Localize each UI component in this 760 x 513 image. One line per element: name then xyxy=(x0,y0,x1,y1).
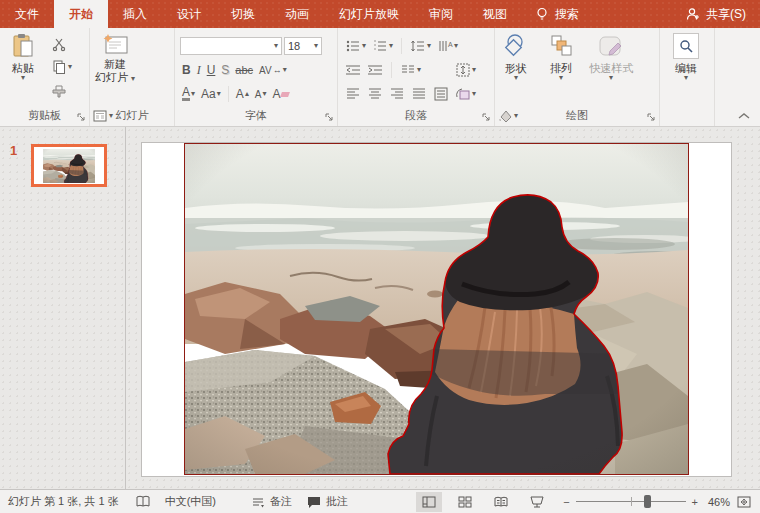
normal-view-button[interactable] xyxy=(416,492,442,512)
increase-indent-button[interactable] xyxy=(365,60,385,80)
underline-button[interactable]: U xyxy=(205,60,218,80)
slide-photo[interactable] xyxy=(184,143,689,475)
justify-button[interactable] xyxy=(409,84,429,104)
font-color-button[interactable]: A ▾ xyxy=(180,84,197,104)
editing-button[interactable]: 编辑 ▾ xyxy=(660,28,712,100)
align-text-button[interactable]: ▾ xyxy=(453,60,478,80)
distribute-icon xyxy=(433,86,449,102)
convert-smartart-button[interactable]: ▾ xyxy=(453,84,478,104)
tab-file[interactable]: 文件 xyxy=(0,0,54,28)
group-slides: 新建 幻灯片 ▾ ▾ ▾ xyxy=(90,28,175,126)
find-magnifier-icon xyxy=(678,38,694,54)
tab-slideshow[interactable]: 幻灯片放映 xyxy=(324,0,414,28)
arrange-button[interactable]: 排列 ▾ xyxy=(540,28,582,100)
zoom-slider-thumb[interactable] xyxy=(644,495,651,508)
clear-formatting-button[interactable]: A xyxy=(270,84,291,104)
font-size-combo[interactable]: 18 ▾ xyxy=(284,37,322,55)
paste-caret: ▾ xyxy=(21,75,25,81)
slide-info[interactable]: 幻灯片 第 1 张, 共 1 张 xyxy=(8,494,119,509)
columns-icon xyxy=(400,62,416,78)
zoom-percent[interactable]: 46% xyxy=(698,496,730,508)
zoom-slider-tick xyxy=(631,497,632,506)
quick-styles-button[interactable]: 快速样式 ▾ xyxy=(585,28,637,100)
shapes-icon xyxy=(502,33,530,59)
fit-slide-to-window-button[interactable] xyxy=(736,494,752,510)
comment-icon xyxy=(306,494,322,510)
bullets-button[interactable]: ▾ xyxy=(343,36,368,56)
comments-button[interactable]: 批注 xyxy=(306,494,348,510)
text-direction-button[interactable]: A ▾ xyxy=(435,36,460,56)
numbering-button[interactable]: ▾ xyxy=(370,36,395,56)
drawing-dialog-launcher[interactable] xyxy=(647,113,656,122)
tab-review[interactable]: 审阅 xyxy=(414,0,468,28)
zoom-out-button[interactable]: − xyxy=(563,496,569,508)
justify-icon xyxy=(411,86,427,102)
reading-view-icon xyxy=(493,494,509,510)
shrink-font-button[interactable]: A▾ xyxy=(253,84,269,104)
text-shadow-button[interactable]: S xyxy=(219,60,231,80)
share-button[interactable]: 共享(S) xyxy=(671,0,760,28)
font-dialog-launcher[interactable] xyxy=(325,113,334,122)
slide-sorter-view-button[interactable] xyxy=(452,492,478,512)
columns-button[interactable]: ▾ xyxy=(398,60,423,80)
svg-text:A: A xyxy=(448,41,453,48)
scissors-icon xyxy=(51,36,67,52)
slideshow-view-button[interactable] xyxy=(524,492,550,512)
align-center-button[interactable] xyxy=(365,84,385,104)
notes-icon xyxy=(250,494,266,510)
tab-design[interactable]: 设计 xyxy=(162,0,216,28)
tab-view[interactable]: 视图 xyxy=(468,0,522,28)
slide-thumbnail-selected[interactable] xyxy=(31,144,107,187)
reading-view-button[interactable] xyxy=(488,492,514,512)
photo-woman-by-sea xyxy=(185,144,688,474)
language-status[interactable]: 中文(中国) xyxy=(165,494,216,509)
new-slide-icon xyxy=(102,33,128,55)
font-name-combo[interactable]: ▾ xyxy=(180,37,282,55)
char-spacing-arrow-icon: ↔ xyxy=(273,65,282,75)
copy-button[interactable]: ▾ xyxy=(49,57,79,77)
clipboard-dialog-launcher[interactable] xyxy=(77,113,86,122)
character-spacing-button[interactable]: AV ↔ ▾ xyxy=(257,60,289,80)
zoom-slider[interactable] xyxy=(576,501,686,502)
tab-home[interactable]: 开始 xyxy=(54,0,108,28)
notes-button[interactable]: 备注 xyxy=(250,494,292,510)
align-left-button[interactable] xyxy=(343,84,363,104)
shapes-button[interactable]: 形状 ▾ xyxy=(495,28,537,100)
group-paragraph: ▾ ▾ ▾ A ▾ xyxy=(338,28,495,126)
tab-animations[interactable]: 动画 xyxy=(270,0,324,28)
align-left-icon xyxy=(345,86,361,102)
change-case-button[interactable]: Aa▾ xyxy=(199,84,223,104)
font-group-label: 字体 xyxy=(245,108,267,123)
arrange-icon xyxy=(548,33,574,59)
smartart-icon xyxy=(455,86,471,102)
tab-transitions[interactable]: 切换 xyxy=(216,0,270,28)
numbering-icon xyxy=(372,38,388,54)
line-spacing-button[interactable]: ▾ xyxy=(408,36,433,56)
spell-check-button[interactable] xyxy=(135,494,151,510)
strikethrough-button[interactable]: abc xyxy=(233,60,255,80)
distribute-button[interactable] xyxy=(431,84,451,104)
paragraph-dialog-launcher[interactable] xyxy=(482,113,491,122)
cut-button[interactable] xyxy=(49,34,79,54)
slide-thumbnail-panel[interactable]: 1 xyxy=(0,127,126,489)
format-painter-button[interactable] xyxy=(49,80,79,100)
slide-number: 1 xyxy=(10,143,17,158)
copy-icon xyxy=(51,59,67,75)
slide[interactable] xyxy=(141,142,732,477)
paragraph-group-label: 段落 xyxy=(405,108,427,123)
bullets-icon xyxy=(345,38,361,54)
collapse-ribbon-chevron[interactable] xyxy=(738,112,750,120)
bold-button[interactable]: B xyxy=(180,60,193,80)
tell-me-search[interactable]: 搜索 xyxy=(522,0,591,28)
share-person-icon xyxy=(685,6,701,22)
tab-insert[interactable]: 插入 xyxy=(108,0,162,28)
slide-canvas-area[interactable] xyxy=(126,127,760,489)
align-right-button[interactable] xyxy=(387,84,407,104)
slides-group-label: 幻灯片 xyxy=(116,108,149,123)
italic-button[interactable]: I xyxy=(195,60,203,80)
decrease-indent-button[interactable] xyxy=(343,60,363,80)
lightbulb-icon xyxy=(534,6,550,22)
grow-font-button[interactable]: A▾ xyxy=(234,84,251,104)
new-slide-button[interactable]: 新建 幻灯片 ▾ xyxy=(90,28,140,100)
paste-button[interactable]: 粘贴 ▾ xyxy=(0,28,46,100)
